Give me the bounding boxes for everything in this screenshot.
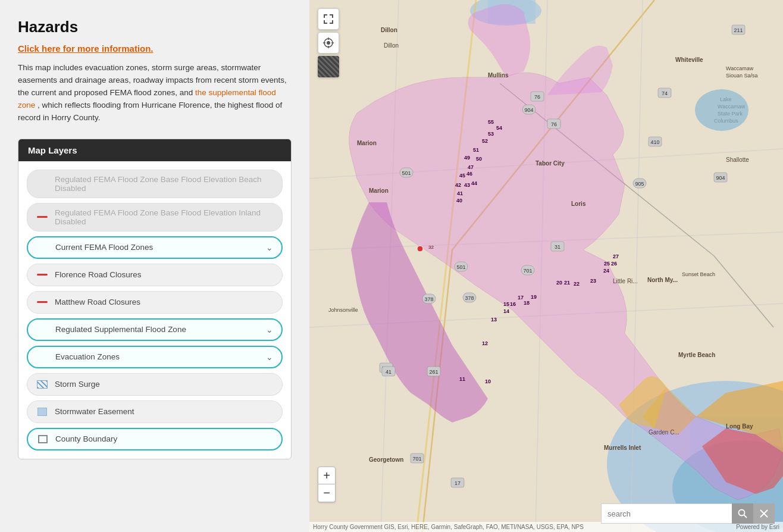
layer-matthew-road[interactable]: Matthew Road Closures [27, 291, 283, 314]
chevron-down-icon-3: ⌄ [266, 352, 273, 362]
layer-storm-surge[interactable]: Storm Surge [27, 373, 283, 396]
description: This map includes evacuation zones, stor… [18, 62, 292, 124]
layer-current-fema[interactable]: Current FEMA Flood Zones ⌄ [27, 236, 283, 259]
svg-text:43: 43 [464, 182, 470, 188]
layer-icon-red-line-2 [36, 216, 49, 218]
svg-text:Georgetown: Georgetown [369, 456, 403, 463]
svg-text:52: 52 [482, 138, 488, 144]
svg-text:45: 45 [459, 173, 465, 179]
svg-text:Whiteville: Whiteville [675, 57, 703, 63]
svg-text:10: 10 [485, 378, 491, 384]
layer-florence-road[interactable]: Florence Road Closures [27, 264, 283, 286]
svg-text:Garden C...: Garden C... [649, 429, 679, 436]
svg-text:Myrtle Beach: Myrtle Beach [678, 352, 715, 358]
zoom-out-button[interactable]: − [318, 484, 336, 502]
zoom-in-button[interactable]: + [318, 467, 336, 484]
svg-text:46: 46 [466, 171, 472, 177]
svg-text:261: 261 [429, 369, 438, 375]
layers-list: Regulated FEMA Flood Zone Base Flood Ele… [18, 161, 291, 459]
layer-label-regulated-fema-inland: Regulated FEMA Flood Zone Base Flood Ele… [55, 208, 274, 226]
svg-text:11: 11 [459, 376, 465, 382]
layer-stormwater-easement[interactable]: Stormwater Easement [27, 400, 283, 423]
layer-label-reg-supplemental: Regulated Supplemental Flood Zone [55, 325, 266, 334]
svg-text:701: 701 [523, 268, 532, 274]
basemap-thumbnail-inner [318, 56, 339, 77]
map-canvas[interactable]: 55 54 53 52 51 50 49 47 45 46 42 43 44 4… [309, 0, 783, 532]
attribution-text: Horry County Government GIS, Esri, HERE,… [313, 524, 584, 530]
fullscreen-button[interactable] [318, 8, 339, 30]
svg-rect-116 [324, 14, 325, 18]
left-panel: Hazards Click here for more information.… [0, 0, 309, 532]
svg-text:22: 22 [574, 281, 580, 287]
svg-rect-122 [332, 20, 333, 24]
svg-text:51: 51 [473, 147, 479, 153]
svg-text:Marion: Marion [357, 140, 377, 146]
svg-text:55: 55 [488, 119, 494, 125]
red-line-indicator [37, 216, 48, 218]
red-line-matthew [37, 301, 48, 303]
svg-text:Shallotte: Shallotte [726, 157, 749, 163]
layer-label-matthew-road: Matthew Road Closures [55, 298, 274, 306]
svg-text:25: 25 [604, 261, 610, 267]
layer-label-regulated-fema-beach: Regulated FEMA Flood Zone Base Flood Ele… [55, 175, 274, 193]
map-controls-top [318, 8, 339, 77]
layer-evacuation-zones[interactable]: Evacuation Zones ⌄ [27, 346, 283, 368]
layer-icon-florence-road [36, 274, 49, 276]
svg-text:50: 50 [476, 156, 482, 162]
svg-text:16: 16 [510, 301, 516, 307]
svg-text:211: 211 [734, 27, 743, 33]
map-area[interactable]: 55 54 53 52 51 50 49 47 45 46 42 43 44 4… [309, 0, 783, 532]
layer-regulated-fema-beach[interactable]: Regulated FEMA Flood Zone Base Flood Ele… [27, 170, 283, 198]
svg-point-112 [417, 246, 423, 252]
page-title: Hazards [18, 18, 292, 36]
svg-text:17: 17 [518, 295, 524, 301]
svg-text:701: 701 [412, 456, 421, 462]
svg-text:76: 76 [551, 121, 557, 127]
svg-text:904: 904 [524, 107, 533, 113]
svg-text:53: 53 [488, 131, 494, 137]
svg-text:Little Ri...: Little Ri... [613, 278, 638, 284]
svg-text:Marion: Marion [369, 187, 389, 194]
svg-text:41: 41 [386, 369, 391, 375]
layer-reg-supplemental[interactable]: Regulated Supplemental Flood Zone ⌄ [27, 318, 283, 341]
layer-label-storm-surge: Storm Surge [55, 380, 274, 389]
svg-text:44: 44 [471, 180, 477, 186]
svg-text:Long Bay: Long Bay [726, 423, 753, 430]
svg-text:Murrells Inlet: Murrells Inlet [604, 445, 641, 451]
svg-text:501: 501 [402, 170, 411, 176]
description-text-2: , which reflects flooding from Hurricane… [18, 101, 282, 122]
chevron-down-icon: ⌄ [266, 243, 273, 252]
svg-text:21: 21 [564, 280, 570, 286]
layer-label-evacuation-zones: Evacuation Zones [55, 352, 266, 361]
layer-county-boundary[interactable]: County Boundary [27, 428, 283, 450]
svg-text:Sunset Beach: Sunset Beach [682, 271, 715, 277]
svg-text:501: 501 [456, 264, 465, 270]
svg-text:12: 12 [482, 340, 488, 346]
svg-text:23: 23 [590, 278, 596, 284]
svg-text:41: 41 [457, 190, 463, 196]
map-layers-box: Map Layers Regulated FEMA Flood Zone Bas… [18, 139, 292, 459]
svg-text:17: 17 [455, 480, 461, 486]
svg-text:Loris: Loris [571, 201, 586, 207]
info-link[interactable]: Click here for more information. [18, 43, 292, 54]
layer-label-stormwater-easement: Stormwater Easement [55, 407, 274, 416]
search-button[interactable] [732, 503, 753, 524]
location-button[interactable] [318, 32, 339, 54]
svg-text:18: 18 [524, 300, 530, 306]
svg-text:49: 49 [464, 155, 470, 161]
basemap-thumbnail[interactable] [318, 56, 339, 77]
layer-icon-matthew-road [36, 301, 49, 303]
powered-by-text: Powered by Esri [736, 524, 779, 530]
svg-line-130 [744, 515, 747, 518]
svg-text:27: 27 [613, 254, 619, 259]
layer-regulated-fema-inland[interactable]: Regulated FEMA Flood Zone Base Flood Ele… [27, 203, 283, 231]
svg-text:20: 20 [556, 280, 562, 286]
svg-text:74: 74 [662, 90, 668, 96]
search-close-button[interactable] [753, 503, 775, 524]
svg-text:42: 42 [455, 182, 461, 188]
svg-text:13: 13 [491, 317, 497, 323]
svg-text:Mullins: Mullins [488, 72, 509, 79]
chevron-down-icon-2: ⌄ [266, 325, 273, 334]
red-line-florence [37, 274, 48, 276]
search-input[interactable] [601, 503, 732, 524]
